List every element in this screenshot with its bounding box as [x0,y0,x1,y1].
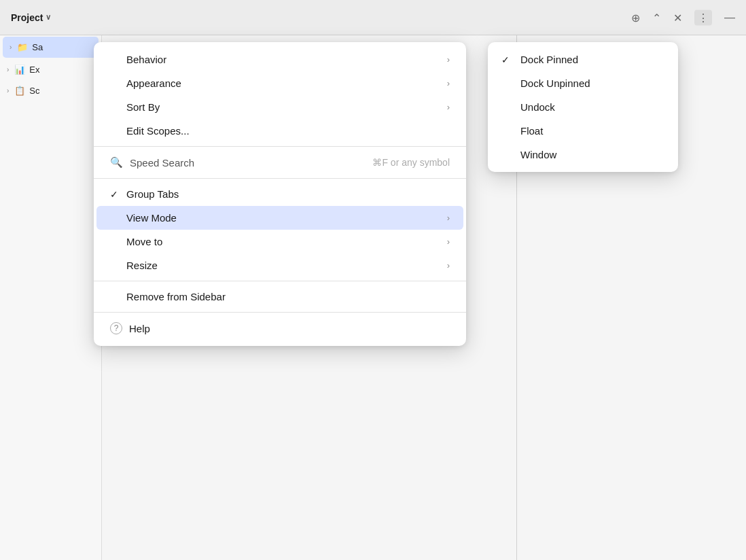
menu-label-move-to: Move to [126,236,447,247]
chevron-appearance-icon: › [447,78,450,88]
sidebar-label-ext: Ex [29,65,39,75]
title-bar: Project ∨ ⊕ ⌃ ✕ ⋮ — [0,0,746,35]
menu-label-behavior: Behavior [126,54,447,65]
sidebar-arrow-ext: › [7,66,9,73]
menu-item-edit-scopes[interactable]: Edit Scopes... [94,119,466,143]
menu-label-resize: Resize [126,260,447,271]
submenu-item-dock-unpinned[interactable]: Dock Unpinned [488,71,678,95]
menu-label-remove-from-sidebar: Remove from Sidebar [126,291,450,302]
menu-item-group-tabs[interactable]: ✓ Group Tabs [94,182,466,206]
check-dock-pinned-icon: ✓ [501,54,520,65]
chevron-sort-icon: › [447,102,450,112]
title-bar-title: Project ∨ [11,12,51,23]
more-icon[interactable]: ⋮ [694,10,712,25]
submenu-item-dock-pinned[interactable]: ✓ Dock Pinned [488,48,678,71]
sidebar-item-scr[interactable]: › 📋 Sc [0,80,101,101]
help-icon: ? [110,322,122,334]
chart-icon-ext: 📊 [14,65,25,75]
sidebar-item-sa[interactable]: › 📁 Sa [3,37,99,58]
title-chevron-icon[interactable]: ∨ [46,13,51,22]
sidebar-label-scr: Sc [29,86,39,96]
search-icon: 🔍 [110,156,123,169]
chevron-view-mode-icon: › [447,213,450,223]
divider-1 [94,146,466,147]
folder-icon-sa: 📁 [17,42,28,52]
submenu-label-undock: Undock [520,101,555,113]
menu-label-sort-by: Sort By [126,101,447,113]
menu-label-edit-scopes: Edit Scopes... [126,125,450,137]
submenu-label-window: Window [520,149,556,160]
sidebar: › 📁 Sa › 📊 Ex › 📋 Sc [0,35,102,560]
sidebar-arrow-scr: › [7,87,9,94]
submenu-item-float[interactable]: Float [488,119,678,143]
chevron-move-to-icon: › [447,237,450,247]
divider-2 [94,178,466,179]
project-title: Project [11,12,43,23]
chevron-resize-icon: › [447,260,450,270]
submenu-item-window[interactable]: Window [488,143,678,167]
submenu-label-float: Float [520,125,543,137]
menu-item-speed-search: 🔍 Speed Search ⌘F or any symbol [94,150,466,175]
submenu-label-dock-pinned: Dock Pinned [520,54,578,65]
menu-item-view-mode[interactable]: View Mode › [96,206,463,230]
submenu-item-undock[interactable]: Undock [488,95,678,119]
menu-label-group-tabs: Group Tabs [126,188,450,200]
sidebar-label-sa: Sa [32,42,43,52]
submenu-label-dock-unpinned: Dock Unpinned [520,77,590,89]
menu-item-move-to[interactable]: Move to › [94,230,466,253]
sidebar-arrow-sa: › [10,43,12,51]
menu-item-behavior[interactable]: Behavior › [94,48,466,71]
menu-label-view-mode: View Mode [126,212,447,224]
divider-4 [94,312,466,313]
speed-search-label: Speed Search [130,157,366,169]
menu-item-remove-from-sidebar[interactable]: Remove from Sidebar [94,285,466,309]
submenu-view-mode: ✓ Dock Pinned Dock Unpinned Undock Float… [488,42,678,172]
speed-search-shortcut: ⌘F or any symbol [372,157,450,168]
menu-label-appearance: Appearance [126,77,447,89]
updown-icon[interactable]: ⌃ [652,11,661,24]
title-bar-controls: ⊕ ⌃ ✕ ⋮ — [631,10,735,25]
minimize-icon[interactable]: — [724,12,735,24]
crosshair-icon[interactable]: ⊕ [631,11,640,24]
menu-item-appearance[interactable]: Appearance › [94,71,466,95]
menu-item-resize[interactable]: Resize › [94,253,466,277]
menu-label-help: Help [129,323,150,334]
menu-item-sort-by[interactable]: Sort By › [94,95,466,119]
check-group-tabs-icon: ✓ [110,189,124,200]
menu-item-help[interactable]: ? Help [94,316,466,340]
list-icon-scr: 📋 [14,86,25,96]
context-menu: Behavior › Appearance › Sort By › Edit S… [94,42,466,346]
close-icon[interactable]: ✕ [673,11,682,24]
divider-3 [94,281,466,281]
sidebar-item-ext[interactable]: › 📊 Ex [0,59,101,80]
chevron-behavior-icon: › [447,54,450,65]
